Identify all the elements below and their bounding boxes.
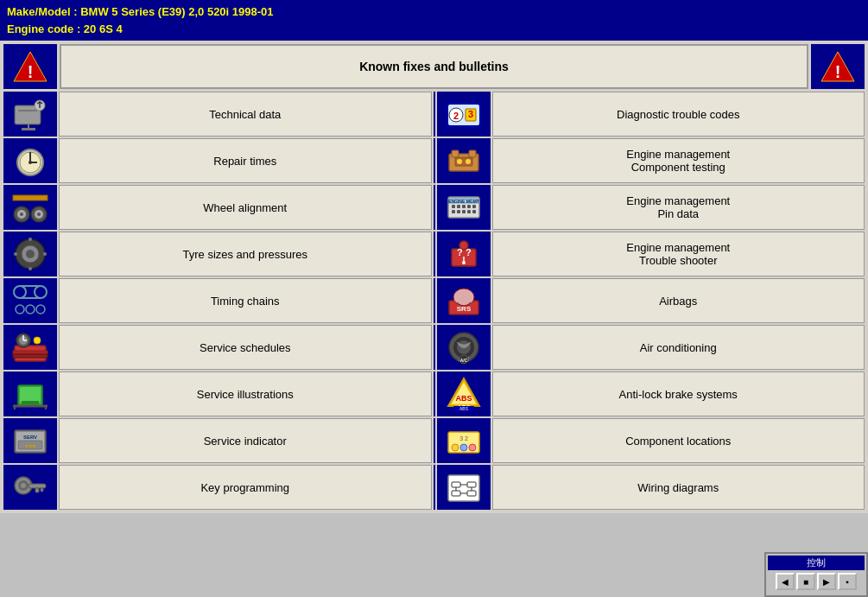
engine-component-label[interactable]: Engine management Component testing (492, 138, 865, 183)
svg-text:!: ! (835, 62, 841, 81)
svg-point-48 (29, 238, 32, 241)
svg-text:!: ! (28, 62, 34, 81)
service-illustrations-icon[interactable] (3, 372, 57, 416)
make-model: Make/Model : BMW 5 Series (E39) 2,0 520i… (7, 3, 861, 21)
table-row: Technical data 2 3 Diagnostic trouble co… (3, 92, 865, 137)
taskbar-title: 控制 (768, 556, 865, 570)
svg-rect-37 (462, 205, 466, 208)
key-programming-label[interactable]: Key programming (59, 465, 432, 510)
service-indicator-icon[interactable]: SERV ●●● (3, 418, 57, 463)
abs-icon[interactable]: ABS ABS ABS (437, 372, 491, 416)
svg-point-58 (14, 286, 26, 298)
air-conditioning-label[interactable]: Air conditioning (492, 325, 865, 370)
main-content: ! Known fixes and bulletins ! (0, 41, 868, 513)
engine-code: Engine code : 20 6S 4 (7, 21, 861, 38)
svg-rect-40 (452, 210, 455, 213)
svg-point-60 (16, 305, 24, 314)
trouble-shooter-icon[interactable]: ? ? (437, 232, 491, 276)
svg-point-59 (35, 286, 47, 298)
divider (434, 372, 435, 416)
svg-point-65 (453, 289, 474, 306)
engine-pin-icon[interactable]: ENGINE MGMT (437, 185, 491, 230)
svg-rect-108 (448, 475, 479, 501)
wiring-diagrams-icon[interactable] (437, 465, 491, 510)
key-programming-icon[interactable] (3, 465, 57, 510)
repair-times-icon[interactable] (3, 138, 57, 183)
svg-text:A/C: A/C (459, 358, 467, 363)
svg-point-104 (21, 483, 26, 488)
known-fixes-row: ! Known fixes and bulletins ! (3, 44, 865, 89)
svg-rect-67 (13, 351, 48, 354)
divider (434, 232, 435, 276)
service-schedules-icon[interactable] (3, 325, 57, 370)
wheel-alignment-icon[interactable] (3, 185, 57, 230)
svg-rect-38 (467, 205, 471, 208)
svg-point-18 (29, 161, 32, 164)
svg-rect-36 (457, 205, 460, 208)
known-fixes-label[interactable]: Known fixes and bulletins (60, 44, 808, 89)
svg-point-49 (29, 267, 32, 270)
divider (434, 278, 435, 323)
svg-rect-35 (452, 205, 455, 208)
table-row: Timing chains SRS Airbags (3, 278, 865, 323)
svg-point-31 (37, 213, 41, 216)
component-locations-icon[interactable]: 3 2 (437, 418, 491, 463)
technical-data-icon[interactable] (3, 92, 57, 137)
wiring-diagrams-label[interactable]: Wiring diagrams (492, 465, 865, 510)
warning-icon-right[interactable]: ! (811, 44, 865, 89)
header-bar: Make/Model : BMW 5 Series (E39) 2,0 520i… (0, 0, 868, 41)
svg-text:SERV: SERV (23, 435, 37, 440)
svg-point-100 (460, 444, 467, 451)
wheel-alignment-label[interactable]: Wheel alignment (59, 185, 432, 230)
repair-times-label[interactable]: Repair times (59, 138, 432, 183)
svg-rect-21 (469, 150, 476, 157)
air-conditioning-icon[interactable]: A/C A/C (437, 325, 491, 370)
table-row: Repair times Engine management Component… (3, 138, 865, 183)
taskbar-btn-prev[interactable]: ◀ (776, 573, 795, 590)
service-illustrations-label[interactable]: Service illustrations (59, 372, 432, 416)
svg-point-23 (457, 159, 462, 164)
svg-point-61 (26, 305, 35, 314)
airbags-icon[interactable]: SRS (437, 278, 491, 323)
svg-rect-105 (29, 484, 46, 488)
timing-chains-label[interactable]: Timing chains (59, 278, 432, 323)
service-schedules-label[interactable]: Service schedules (59, 325, 432, 370)
divider (434, 138, 435, 183)
timing-chains-icon[interactable] (3, 278, 57, 323)
svg-rect-43 (467, 210, 471, 213)
tyre-icon[interactable] (3, 232, 57, 276)
dtc-icon[interactable]: 2 3 (437, 92, 491, 137)
engine-component-icon[interactable] (437, 138, 491, 183)
taskbar-btn-dot[interactable]: ▪ (838, 573, 857, 590)
svg-text:3  2: 3 2 (459, 435, 468, 441)
svg-rect-6 (22, 128, 35, 130)
table-row: Service illustrations ABS ABS ABS Anti-l… (3, 372, 865, 416)
menu-grid: Technical data 2 3 Diagnostic trouble co… (3, 92, 865, 510)
trouble-shooter-label[interactable]: Engine management Trouble shooter (492, 232, 865, 276)
service-indicator-label[interactable]: Service indicator (59, 418, 432, 463)
svg-rect-25 (13, 195, 48, 200)
svg-rect-107 (41, 488, 43, 492)
taskbar-btn-stop[interactable]: ■ (796, 573, 815, 590)
svg-rect-106 (35, 488, 39, 492)
svg-point-56 (462, 261, 466, 264)
dtc-label[interactable]: Diagnostic trouble codes (492, 92, 865, 137)
svg-text:3: 3 (467, 109, 472, 119)
svg-point-50 (14, 252, 17, 256)
engine-pin-label[interactable]: Engine management Pin data (492, 185, 865, 230)
divider (434, 92, 435, 137)
svg-text:?: ? (457, 247, 463, 257)
svg-point-47 (26, 250, 35, 258)
svg-rect-20 (452, 150, 459, 157)
technical-data-label[interactable]: Technical data (59, 92, 432, 137)
taskbar: 控制 ◀ ■ ▶ ▪ (764, 552, 868, 597)
tyre-label[interactable]: Tyre sizes and pressures (59, 232, 432, 276)
svg-text:?: ? (466, 247, 472, 257)
svg-rect-81 (20, 387, 41, 403)
airbags-label[interactable]: Airbags (492, 278, 865, 323)
component-locations-label[interactable]: Component locations (492, 418, 865, 463)
svg-rect-44 (472, 210, 476, 213)
abs-label[interactable]: Anti-lock brake systems (492, 372, 865, 416)
taskbar-btn-next[interactable]: ▶ (817, 573, 836, 590)
warning-icon-left[interactable]: ! (3, 44, 57, 89)
